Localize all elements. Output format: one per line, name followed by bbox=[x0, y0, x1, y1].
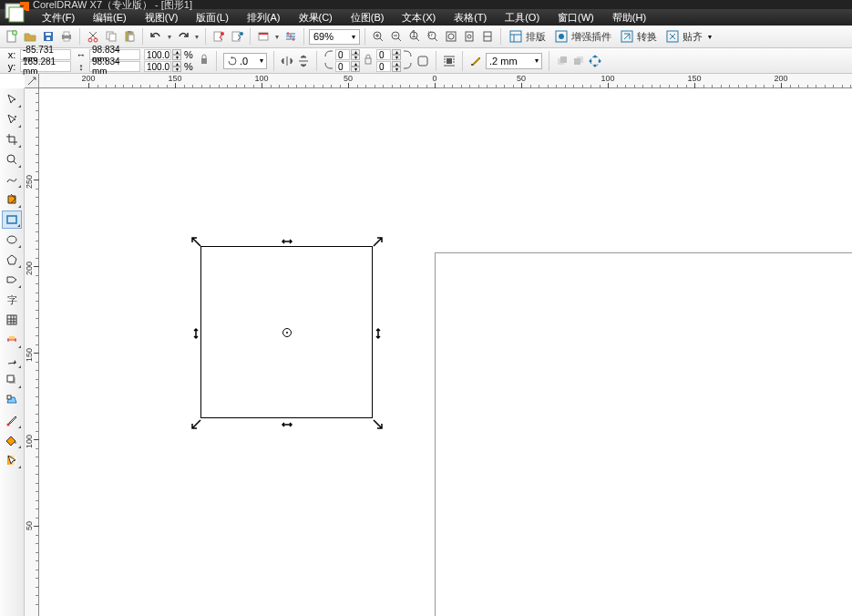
cut-icon[interactable] bbox=[85, 28, 101, 45]
new-icon[interactable] bbox=[4, 28, 20, 45]
handle-t[interactable] bbox=[281, 235, 293, 248]
open-icon[interactable] bbox=[22, 28, 38, 45]
paste-icon[interactable] bbox=[121, 28, 138, 45]
property-bar: x:-85.731 mm y:163.281 mm ↔98.834 mm ↕98… bbox=[0, 48, 852, 74]
zoom-actual-icon[interactable]: 1 bbox=[406, 28, 423, 45]
zoom-tool[interactable] bbox=[2, 150, 22, 169]
height-icon: ↕ bbox=[75, 61, 87, 72]
crop-tool[interactable] bbox=[2, 130, 22, 149]
eyedropper-tool[interactable] bbox=[2, 411, 22, 429]
handle-l[interactable] bbox=[190, 327, 202, 340]
text-tool[interactable]: 字 bbox=[2, 291, 22, 309]
menu-bitmaps[interactable]: 位图(B) bbox=[342, 9, 394, 26]
behind-icon[interactable] bbox=[572, 55, 585, 67]
freehand-tool[interactable] bbox=[2, 170, 22, 189]
fill-tool[interactable] bbox=[2, 431, 22, 449]
handle-br[interactable] bbox=[372, 418, 385, 431]
mirror-v-icon[interactable] bbox=[297, 55, 310, 67]
scale-y-spinner[interactable]: ▴▾ bbox=[172, 61, 181, 72]
zoom-in-icon[interactable] bbox=[370, 28, 386, 45]
convert-curves-icon[interactable] bbox=[589, 55, 601, 67]
zoom-selection-icon[interactable] bbox=[425, 28, 441, 45]
zoom-level-input[interactable]: 69%▾ bbox=[309, 29, 360, 45]
polygon-tool[interactable] bbox=[2, 251, 22, 269]
ruler-origin[interactable] bbox=[25, 74, 39, 88]
toolbar-group-layout[interactable]: 排版 bbox=[506, 30, 549, 44]
scale-y-input[interactable]: 100.0 bbox=[144, 61, 171, 72]
scale-x-input[interactable]: 100.0 bbox=[144, 49, 171, 60]
menu-view[interactable]: 视图(V) bbox=[136, 9, 188, 26]
toolbar-group-plugin[interactable]: 增强插件 bbox=[551, 30, 615, 44]
copy-icon[interactable] bbox=[103, 28, 119, 45]
menu-help[interactable]: 帮助(H) bbox=[603, 9, 655, 26]
handle-tr[interactable] bbox=[372, 235, 385, 248]
front-of-icon[interactable] bbox=[556, 55, 569, 67]
table-tool[interactable] bbox=[2, 311, 22, 329]
svg-rect-5 bbox=[46, 33, 51, 36]
toolbar-group-convert[interactable]: 转换 bbox=[617, 30, 661, 44]
canvas-area[interactable] bbox=[39, 88, 852, 616]
zoom-fit-icon[interactable] bbox=[443, 28, 459, 45]
height-input[interactable]: 98.834 mm bbox=[89, 61, 140, 72]
handle-b[interactable] bbox=[281, 418, 293, 431]
basic-shapes-tool[interactable] bbox=[2, 271, 22, 289]
corner-tr-input[interactable]: 0 bbox=[376, 49, 391, 60]
menu-file[interactable]: 文件(F) bbox=[33, 9, 84, 26]
text-wrap-icon[interactable] bbox=[443, 55, 456, 67]
undo-dropdown[interactable] bbox=[166, 33, 173, 41]
outline-width-input[interactable]: .2 mm▾ bbox=[486, 53, 542, 69]
menu-tools[interactable]: 工具(O) bbox=[496, 9, 549, 26]
options-icon[interactable] bbox=[282, 28, 299, 45]
menu-layout[interactable]: 版面(L) bbox=[187, 9, 237, 26]
relative-corner-icon[interactable] bbox=[416, 55, 429, 67]
export-icon[interactable] bbox=[229, 28, 245, 45]
corner-tl-input[interactable]: 0 bbox=[335, 49, 350, 60]
print-icon[interactable] bbox=[58, 28, 75, 45]
smart-fill-tool[interactable] bbox=[2, 190, 22, 209]
ruler-vertical[interactable]: 25020015010050 bbox=[25, 88, 39, 616]
shape-tool[interactable] bbox=[2, 110, 22, 128]
menu-arrange[interactable]: 排列(A) bbox=[238, 9, 290, 26]
undo-icon[interactable] bbox=[148, 28, 164, 45]
handle-tl[interactable] bbox=[190, 235, 202, 248]
publish-icon[interactable] bbox=[255, 28, 272, 45]
handle-r[interactable] bbox=[372, 327, 385, 340]
interactive-fill-tool[interactable] bbox=[2, 451, 22, 469]
rectangle-tool[interactable] bbox=[2, 210, 22, 229]
handle-bl[interactable] bbox=[190, 418, 202, 431]
selected-rectangle[interactable] bbox=[200, 246, 373, 418]
menu-window[interactable]: 窗口(W) bbox=[549, 9, 603, 26]
menu-edit[interactable]: 编辑(E) bbox=[84, 9, 136, 26]
y-position-input[interactable]: 163.281 mm bbox=[20, 61, 71, 72]
publish-dropdown[interactable] bbox=[273, 33, 281, 41]
menu-table[interactable]: 表格(T) bbox=[445, 9, 496, 26]
redo-icon[interactable] bbox=[175, 28, 191, 45]
toolbar-group-snap[interactable]: 贴齐▾ bbox=[662, 30, 715, 44]
mirror-h-icon[interactable] bbox=[281, 55, 293, 67]
drop-shadow-tool[interactable] bbox=[2, 371, 22, 389]
pick-tool[interactable] bbox=[2, 90, 22, 108]
save-icon[interactable] bbox=[40, 28, 56, 45]
redo-dropdown[interactable] bbox=[193, 33, 200, 41]
ellipse-tool[interactable] bbox=[2, 231, 22, 249]
connector-tool[interactable] bbox=[2, 351, 22, 369]
dimension-tool[interactable] bbox=[2, 331, 22, 349]
zoom-page-icon[interactable] bbox=[461, 28, 477, 45]
transparency-tool[interactable] bbox=[2, 391, 22, 409]
menu-text[interactable]: 文本(X) bbox=[393, 9, 445, 26]
corner-lock-icon[interactable] bbox=[364, 52, 373, 70]
outline-pen-icon[interactable] bbox=[469, 55, 482, 67]
corner-br-input[interactable]: 0 bbox=[376, 61, 391, 72]
svg-text:1: 1 bbox=[411, 30, 416, 39]
zoom-width-icon[interactable] bbox=[479, 28, 496, 45]
ruler-horizontal[interactable]: 20015010050050100150200 bbox=[39, 74, 852, 88]
zoom-out-icon[interactable] bbox=[388, 28, 405, 45]
svg-rect-6 bbox=[46, 37, 50, 40]
import-icon[interactable] bbox=[210, 28, 227, 45]
rotation-input[interactable]: .0 ▾ bbox=[223, 53, 267, 69]
corner-bl-input[interactable]: 0 bbox=[335, 61, 350, 72]
lock-ratio-icon[interactable] bbox=[199, 52, 210, 70]
app-icon bbox=[4, 0, 29, 26]
menu-effects[interactable]: 效果(C) bbox=[290, 9, 342, 26]
scale-x-spinner[interactable]: ▴▾ bbox=[172, 49, 181, 60]
